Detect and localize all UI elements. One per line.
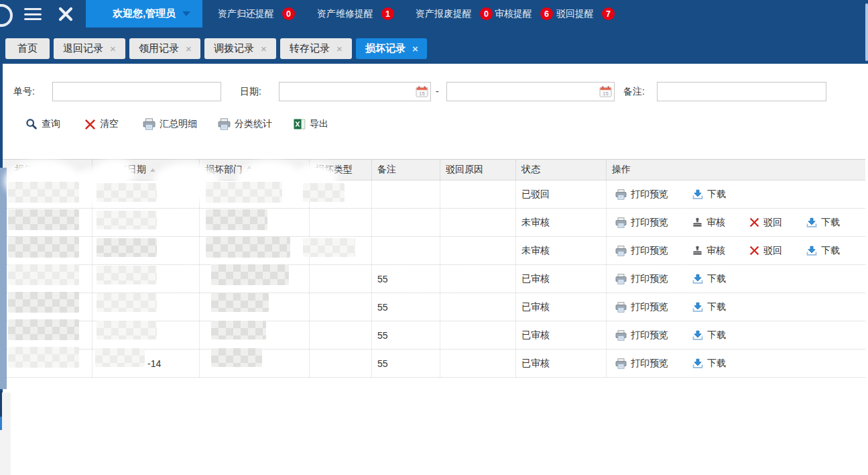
download-button[interactable]: 下载	[692, 301, 726, 313]
category-stats-button[interactable]: 分类统计	[218, 115, 272, 133]
download-icon	[806, 246, 817, 256]
window-edge-navy	[0, 391, 2, 417]
tab-store-records[interactable]: 转存记录	[280, 38, 352, 59]
redaction-mosaic	[8, 182, 79, 203]
stamp-icon	[692, 217, 702, 227]
audit-button[interactable]: 审核	[692, 245, 725, 257]
redaction-stripe	[0, 168, 7, 389]
tab-close-icon[interactable]	[336, 44, 343, 54]
printer-icon	[615, 246, 627, 256]
date-from-input[interactable]	[280, 83, 416, 100]
remark-label: 备注:	[623, 82, 645, 101]
download-icon	[806, 217, 817, 228]
count-badge: 7	[602, 7, 615, 20]
status-cell: 已审核	[516, 350, 607, 377]
download-button[interactable]: 下载	[692, 189, 726, 201]
download-button[interactable]: 下载	[692, 273, 726, 285]
date-from-field[interactable]: 15	[279, 82, 431, 101]
redaction-mosaic	[97, 293, 157, 312]
remark-input[interactable]	[657, 82, 826, 101]
welcome-label: 欢迎您,管理员	[113, 7, 176, 20]
tab-issue-records[interactable]: 领用记录	[129, 38, 200, 59]
scrollbar-thumb[interactable]	[865, 3, 868, 61]
reject-reason-cell	[440, 265, 516, 293]
print-preview-button[interactable]: 打印预览	[615, 301, 668, 313]
download-icon	[692, 189, 703, 200]
download-button[interactable]: 下载	[806, 217, 840, 229]
download-button[interactable]: 下载	[692, 358, 726, 370]
print-preview-button[interactable]: 打印预览	[615, 273, 668, 285]
audit-button[interactable]: 审核	[692, 217, 725, 229]
close-all-icon[interactable]	[58, 6, 74, 22]
reject-reason-cell	[440, 293, 516, 321]
count-badge: 6	[540, 7, 553, 20]
redaction-mosaic	[206, 209, 267, 230]
redaction-mosaic	[211, 264, 289, 285]
nav-item-asset-return[interactable]: 资产归还提醒 0	[218, 0, 295, 28]
calendar-icon[interactable]: 15	[416, 86, 428, 97]
summary-detail-button[interactable]: 汇总明细	[143, 115, 197, 133]
printer-icon	[615, 330, 627, 341]
user-menu-button[interactable]: 欢迎您,管理员	[86, 0, 202, 28]
redaction-mosaic	[97, 321, 157, 339]
top-navbar: 欢迎您,管理员 资产归还提醒 0 资产维修提醒 1 资产报废提醒 0 审核提醒 …	[0, 0, 868, 64]
remark-cell: 55	[372, 293, 440, 321]
app-window: 欢迎您,管理员 资产归还提醒 0 资产维修提醒 1 资产报废提醒 0 审核提醒 …	[0, 0, 868, 475]
tab-allocate-records[interactable]: 调拨记录	[204, 38, 276, 59]
print-preview-button[interactable]: 打印预览	[615, 329, 668, 341]
nav-item-asset-repair[interactable]: 资产维修提醒 1	[317, 0, 394, 28]
menu-toggle-icon[interactable]	[24, 8, 42, 20]
search-icon	[25, 118, 38, 130]
printer-icon	[218, 118, 231, 130]
printer-icon	[615, 217, 627, 228]
redaction-mosaic	[303, 238, 355, 257]
calendar-icon[interactable]: 15	[599, 86, 612, 97]
print-preview-button[interactable]: 打印预览	[615, 217, 668, 229]
sort-asc-icon	[150, 168, 156, 172]
printer-icon	[615, 358, 627, 369]
redaction-mosaic	[95, 348, 145, 367]
redaction-mosaic	[97, 266, 157, 284]
export-button[interactable]: 导出	[294, 115, 328, 133]
order-no-label: 单号:	[13, 82, 35, 101]
tab-return-records[interactable]: 退回记录	[54, 38, 125, 59]
window-edge-blue	[0, 417, 2, 430]
redaction-mosaic	[97, 211, 157, 229]
reject-button[interactable]: 驳回	[749, 245, 782, 257]
redaction-mosaic	[206, 182, 282, 203]
print-preview-button[interactable]: 打印预览	[615, 358, 668, 370]
order-no-input[interactable]	[52, 82, 221, 101]
download-button[interactable]: 下载	[692, 329, 726, 341]
date-range-separator: -	[436, 82, 439, 101]
download-button[interactable]: 下载	[806, 245, 840, 257]
count-badge: 1	[381, 7, 394, 20]
tab-close-icon[interactable]	[261, 44, 267, 54]
reject-reason-cell	[440, 209, 516, 236]
date-to-field[interactable]: 15	[446, 82, 615, 101]
reject-button[interactable]: 驳回	[749, 217, 782, 229]
tab-close-icon[interactable]	[412, 44, 418, 54]
print-preview-button[interactable]: 打印预览	[615, 189, 668, 201]
nav-item-audit[interactable]: 审核提醒 6	[495, 0, 553, 28]
search-button[interactable]: 查询	[25, 115, 60, 133]
red-x-icon	[749, 217, 759, 227]
table-header-row: 损坏单号 损坏日期 损坏部门 损坏类型 备注 驳回原因 状态 操作	[3, 160, 865, 180]
nav-item-asset-scrap[interactable]: 资产报废提醒 0	[416, 0, 493, 28]
svg-text:15: 15	[419, 91, 424, 97]
redaction-mosaic	[8, 319, 79, 340]
redaction-mosaic	[97, 238, 157, 257]
redaction-mosaic	[211, 348, 262, 367]
print-preview-button[interactable]: 打印预览	[615, 245, 668, 257]
remark-cell	[372, 180, 440, 208]
red-x-icon	[749, 246, 759, 256]
clear-button[interactable]: 清空	[84, 115, 119, 133]
col-header-actions: 操作	[607, 160, 865, 180]
tab-close-icon[interactable]	[110, 44, 116, 54]
nav-item-reject[interactable]: 驳回提醒 7	[556, 0, 615, 28]
tab-home[interactable]: 首页	[5, 38, 50, 59]
remark-cell: 55	[372, 350, 440, 377]
tab-damage-records[interactable]: 损坏记录	[356, 38, 427, 59]
tab-close-icon[interactable]	[186, 44, 192, 54]
chevron-down-icon	[182, 11, 190, 16]
date-to-input[interactable]	[447, 83, 599, 100]
